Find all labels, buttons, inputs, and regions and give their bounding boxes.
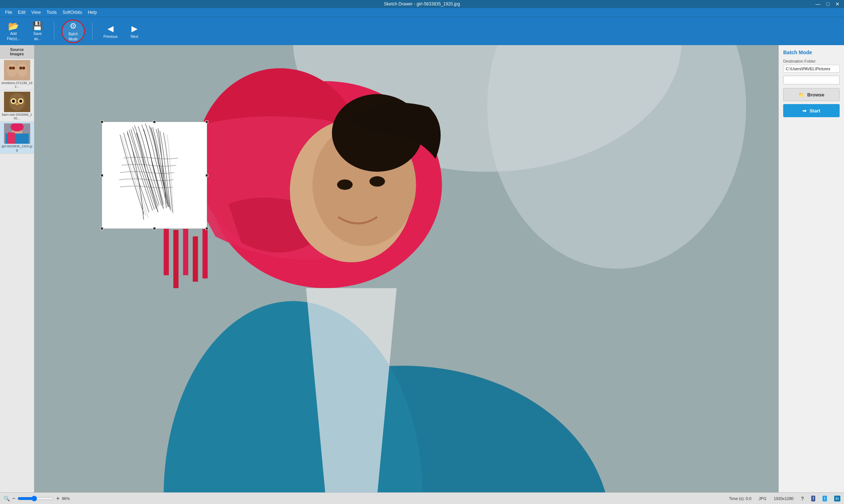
canvas-area[interactable] <box>34 45 778 492</box>
svg-point-34 <box>337 179 353 190</box>
zoom-slider[interactable] <box>17 496 54 501</box>
owl-svg <box>4 92 30 112</box>
next-arrow-icon: ▶ <box>131 24 138 33</box>
toolbar-separator-1 <box>54 22 54 40</box>
menu-view[interactable]: View <box>29 9 43 16</box>
svg-rect-27 <box>173 230 178 288</box>
thumbnail-emotions[interactable]: emotions-371238_192... <box>0 59 34 90</box>
menu-help[interactable]: Help <box>86 9 99 16</box>
zoom-out-button[interactable]: 🔍 <box>4 496 10 501</box>
resize-handle-bl[interactable] <box>100 227 103 230</box>
resize-handle-bc[interactable] <box>153 227 156 230</box>
facebook-icon[interactable]: f <box>811 496 815 501</box>
girl-svg <box>4 123 30 144</box>
help-icon[interactable]: ? <box>801 496 804 501</box>
batch-mode-icon: ⚙ <box>70 21 77 31</box>
menu-tools[interactable]: Tools <box>44 9 59 16</box>
resolution-label: 1920x1280 <box>774 496 793 501</box>
previous-button[interactable]: ◀ Previous <box>100 23 121 40</box>
dest-folder-input[interactable] <box>783 76 840 84</box>
dest-folder-label: Destination Folder <box>783 59 840 63</box>
time-label: Time (s): 0.0 <box>729 496 751 501</box>
resize-handle-tc[interactable] <box>153 120 156 123</box>
resize-handle-tr[interactable] <box>205 120 208 123</box>
menu-softorbits[interactable]: SoftOrbits <box>60 9 84 16</box>
linkedin-icon[interactable]: in <box>834 496 840 501</box>
dest-folder-value: C:\Users\PAVEL\Pictures <box>783 65 840 73</box>
svg-point-4 <box>12 67 15 70</box>
resize-handle-br[interactable] <box>205 227 208 230</box>
add-icon: 📂 <box>8 22 19 31</box>
zoom-plus-icon[interactable]: + <box>56 495 59 502</box>
next-label: Next <box>131 35 138 39</box>
batch-mode-sublabel: Mode <box>68 37 78 41</box>
next-button[interactable]: ▶ Next <box>127 23 142 40</box>
save-as-button[interactable]: 💾 Save as... <box>28 20 47 42</box>
save-label: Save <box>33 32 42 36</box>
svg-rect-30 <box>202 227 208 278</box>
start-label: Start <box>809 108 820 114</box>
main-area: Source Images emotions-371238_192... <box>0 45 844 492</box>
main-image-svg <box>34 45 778 492</box>
thumbnail-owl[interactable]: barn-owl-2550068_192... <box>0 90 34 122</box>
menu-file[interactable]: File <box>3 9 14 16</box>
browse-label: Browse <box>807 92 824 98</box>
svg-rect-26 <box>163 223 169 275</box>
format-label: JPG <box>759 496 766 501</box>
titlebar: Sketch Drawer - girl-5833835_1920.jpg — … <box>0 0 844 8</box>
titlebar-controls: — □ ✕ <box>814 0 841 8</box>
right-panel: Batch Mode Destination Folder C:\Users\P… <box>778 45 844 492</box>
window-title: Sketch Drawer - girl-5833835_1920.jpg <box>384 1 460 7</box>
previous-label: Previous <box>103 35 118 39</box>
save-sublabel: as... <box>34 37 41 41</box>
maximize-button[interactable]: □ <box>825 1 831 7</box>
svg-point-1 <box>7 64 17 77</box>
svg-point-5 <box>19 67 22 70</box>
sketch-overlay <box>102 122 207 229</box>
thumbnail-girl[interactable]: girl-5833835_1920.jpg <box>0 122 34 154</box>
svg-point-13 <box>15 103 19 105</box>
menubar: File Edit View Tools SoftOrbits Help <box>0 8 844 17</box>
start-arrow-icon: ➡ <box>802 108 806 114</box>
batch-mode-label: Batch <box>68 32 78 36</box>
svg-point-35 <box>370 176 385 186</box>
statusbar-right: Time (s): 0.0 JPG 1920x1280 ? f t in <box>729 496 840 501</box>
svg-point-11 <box>12 100 15 103</box>
thumb-label-emotions: emotions-371238_192... <box>1 81 32 88</box>
resize-handle-tl[interactable] <box>100 120 103 123</box>
add-files-button[interactable]: 📂 Add File(s)... <box>4 20 23 42</box>
toolbar-separator-2 <box>92 22 92 40</box>
background-image <box>34 45 778 492</box>
add-label: Add <box>10 32 17 36</box>
toolbar: 📂 Add File(s)... 💾 Save as... ⚙ Batch Mo… <box>0 17 844 45</box>
menu-edit[interactable]: Edit <box>16 9 28 16</box>
svg-point-3 <box>9 67 12 70</box>
svg-point-6 <box>22 67 25 70</box>
resize-handle-ml[interactable] <box>100 174 103 177</box>
svg-rect-36 <box>102 122 207 229</box>
close-button[interactable]: ✕ <box>834 1 841 7</box>
sidebar-title: Source Images <box>0 45 34 59</box>
start-button[interactable]: ➡ Start <box>783 104 840 117</box>
batch-mode-button[interactable]: ⚙ Batch Mode <box>62 20 85 43</box>
svg-rect-29 <box>193 237 198 282</box>
face-svg <box>4 60 30 80</box>
browse-button[interactable]: 📁 Browse <box>783 88 840 101</box>
folder-icon: 📁 <box>798 92 804 98</box>
svg-point-2 <box>17 64 27 77</box>
add-sublabel: File(s)... <box>7 37 20 41</box>
twitter-icon[interactable]: t <box>823 496 827 501</box>
svg-rect-18 <box>8 132 15 144</box>
thumb-label-owl: barn-owl-2550068_192... <box>1 113 32 120</box>
zoom-minus-icon[interactable]: − <box>12 495 15 502</box>
svg-point-12 <box>19 100 22 103</box>
thumbnail-image-owl <box>4 92 30 112</box>
statusbar-zoom: 🔍 − + 96% <box>4 495 70 502</box>
zoom-percent: 96% <box>62 496 70 501</box>
statusbar: 🔍 − + 96% Time (s): 0.0 JPG 1920x1280 ? … <box>0 492 844 504</box>
resize-handle-mr[interactable] <box>205 174 208 177</box>
sidebar: Source Images emotions-371238_192... <box>0 45 34 492</box>
minimize-button[interactable]: — <box>814 1 822 7</box>
thumb-label-girl: girl-5833835_1920.jpg <box>1 144 32 152</box>
panel-title: Batch Mode <box>783 49 840 55</box>
